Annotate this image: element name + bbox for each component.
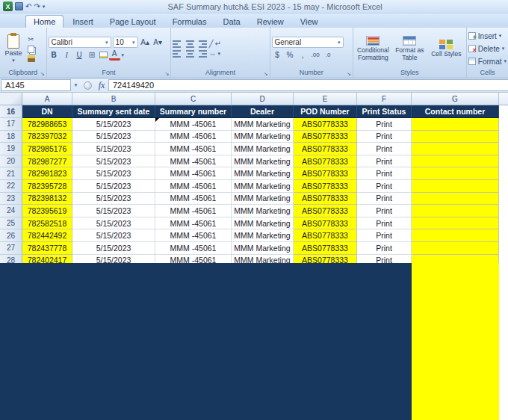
row-number[interactable]: 28 — [0, 255, 22, 263]
underline-button[interactable]: U — [74, 49, 85, 61]
cell-dealer[interactable]: MMM Marketing — [232, 143, 294, 155]
paste-button[interactable]: Paste ▾ — [1, 29, 25, 68]
fill-color-icon[interactable] — [99, 52, 108, 58]
decrease-decimal-icon[interactable]: .0 — [323, 49, 334, 61]
cell-pod[interactable]: ABS0778333 — [294, 205, 357, 217]
select-all-corner[interactable] — [0, 93, 22, 105]
column-header-e[interactable]: E — [294, 93, 357, 105]
cell-date[interactable]: 5/15/2023 — [72, 131, 155, 143]
row-number[interactable]: 25 — [0, 217, 22, 230]
row-number[interactable]: 27 — [0, 242, 22, 255]
tab-review[interactable]: Review — [250, 16, 291, 28]
cell-contact[interactable] — [412, 167, 499, 180]
delete-cells-button[interactable]: Delete ▾ — [468, 43, 507, 55]
cell-pod[interactable]: ABS0778333 — [294, 193, 357, 206]
header-dn[interactable]: DN — [22, 105, 72, 118]
cell-dealer[interactable]: MMM Marketing — [232, 180, 294, 193]
cell-date[interactable]: 5/15/2023 — [72, 180, 155, 193]
cell-contact[interactable] — [412, 155, 499, 168]
cell-status[interactable]: Print — [357, 167, 412, 180]
cell-dn[interactable]: 782395728 — [22, 180, 72, 193]
redo-icon[interactable]: ↷ — [34, 3, 40, 10]
cell-status[interactable]: Print — [357, 131, 412, 143]
cell-dealer[interactable]: MMM Marketing — [232, 217, 294, 230]
format-as-table-button[interactable]: Format as Table — [391, 29, 428, 68]
cell-summary[interactable]: MMM -45061 — [155, 180, 232, 193]
cell-date[interactable]: 5/15/2023 — [72, 255, 155, 263]
tab-insert[interactable]: Insert — [65, 16, 101, 28]
format-cells-button[interactable]: Format ▾ — [468, 56, 507, 67]
cell-contact[interactable] — [412, 118, 499, 131]
dialog-launcher-icon[interactable]: ↘ — [40, 71, 45, 76]
cell-pod[interactable]: ABS0778333 — [294, 131, 357, 143]
font-color-icon[interactable]: A — [109, 49, 120, 61]
cell-contact[interactable] — [412, 193, 499, 206]
percent-format-icon[interactable]: % — [285, 49, 296, 61]
align-top-icon[interactable] — [173, 40, 183, 48]
cell-dealer[interactable]: MMM Marketing — [232, 193, 294, 206]
shrink-font-icon[interactable]: A▾ — [152, 37, 164, 48]
excel-app-icon[interactable]: X — [3, 1, 13, 11]
cell-dn[interactable]: 782987277 — [22, 155, 72, 168]
number-format-select[interactable]: General ▾ — [272, 37, 344, 48]
insert-cells-button[interactable]: Insert ▾ — [468, 31, 507, 42]
cell-status[interactable]: Print — [357, 242, 412, 255]
header-date[interactable]: Summary sent date — [72, 105, 155, 118]
cell-date[interactable]: 5/15/2023 — [72, 217, 155, 230]
bold-button[interactable]: B — [49, 49, 60, 61]
cell-summary[interactable]: MMM -45061 — [155, 155, 232, 168]
font-name-select[interactable]: Calibri ▾ — [49, 37, 111, 48]
column-header-a[interactable]: A — [22, 93, 72, 105]
dialog-launcher-icon[interactable]: ↘ — [347, 71, 351, 76]
cell-contact[interactable] — [412, 255, 499, 263]
cell-summary[interactable]: MMM -45061 — [155, 255, 232, 263]
cell-dealer[interactable]: MMM Marketing — [232, 131, 294, 143]
cell-status[interactable]: Print — [357, 180, 412, 193]
row-number[interactable]: 21 — [0, 167, 22, 180]
cell-date[interactable]: 5/15/2023 — [72, 167, 155, 180]
cell-styles-button[interactable]: Cell Styles — [428, 29, 465, 68]
undo-icon[interactable]: ↶ — [25, 3, 31, 10]
row-number[interactable]: 20 — [0, 155, 22, 168]
cell-pod[interactable]: ABS0778333 — [294, 155, 357, 168]
header-pod-number[interactable]: POD Number — [294, 105, 357, 118]
cell-date[interactable]: 5/15/2023 — [72, 229, 155, 242]
row-number[interactable]: 17 — [0, 118, 22, 131]
column-header-b[interactable]: B — [72, 93, 155, 105]
cell-status[interactable]: Print — [357, 155, 412, 168]
align-left-icon[interactable] — [173, 49, 183, 58]
cell-date[interactable]: 5/15/2023 — [72, 193, 155, 206]
name-box-dropdown-icon[interactable]: ▾ — [71, 82, 81, 88]
cell-dn[interactable]: 782981823 — [22, 167, 72, 180]
cell-pod[interactable]: ABS0778333 — [294, 180, 357, 193]
cell-status[interactable]: Print — [357, 193, 412, 206]
font-size-select[interactable]: 10 ▾ — [113, 37, 138, 48]
cell-date[interactable]: 5/15/2023 — [72, 118, 155, 131]
tab-formulas[interactable]: Formulas — [165, 16, 214, 28]
cell-date[interactable]: 5/15/2023 — [72, 143, 155, 155]
cell-contact[interactable] — [412, 143, 499, 155]
cell-status[interactable]: Print — [357, 217, 412, 230]
orientation-icon[interactable]: ╱ — [208, 40, 213, 48]
cell-pod[interactable]: ABS0778333 — [294, 167, 357, 180]
column-header-g[interactable]: G — [412, 93, 499, 105]
column-header-d[interactable]: D — [232, 93, 294, 105]
align-center-icon[interactable] — [185, 49, 195, 58]
header-summary-number[interactable]: Summary number — [155, 105, 232, 118]
cell-summary[interactable]: MMM -45061 — [155, 143, 232, 155]
cell-pod[interactable]: ABS0778333 — [294, 229, 357, 242]
cell-dn[interactable]: 782397032 — [22, 131, 72, 143]
row-number[interactable]: 16 — [0, 105, 22, 118]
tab-home[interactable]: Home — [25, 15, 64, 28]
cell-contact[interactable] — [412, 229, 499, 242]
cell-summary[interactable]: MMM -45061 — [155, 131, 232, 143]
cell-pod[interactable]: ABS0778333 — [294, 143, 357, 155]
cell-summary[interactable]: MMM -45061 — [155, 167, 232, 180]
insert-function-icon[interactable] — [84, 81, 92, 90]
cut-icon[interactable]: ✂ — [28, 35, 35, 43]
row-number[interactable]: 18 — [0, 131, 22, 143]
cell-dn[interactable]: 782582518 — [22, 217, 72, 230]
row-number[interactable]: 24 — [0, 205, 22, 217]
cell-contact[interactable] — [412, 242, 499, 255]
cell-pod[interactable]: ABS0778333 — [294, 255, 357, 263]
